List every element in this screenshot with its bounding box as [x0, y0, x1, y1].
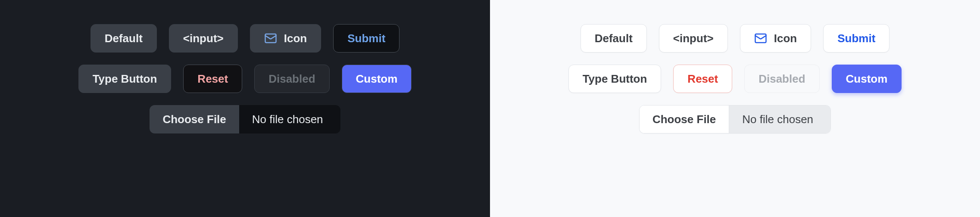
choose-file-button[interactable]: Choose File	[150, 105, 239, 133]
disabled-button: Disabled	[744, 65, 819, 93]
file-input[interactable]: Choose File No file chosen	[150, 105, 340, 133]
custom-button[interactable]: Custom	[832, 65, 902, 93]
button-row-2: Type Button Reset Disabled Custom	[568, 65, 902, 93]
default-button[interactable]: Default	[91, 24, 157, 53]
icon-button[interactable]: Icon	[740, 24, 811, 53]
reset-button[interactable]: Reset	[183, 65, 242, 93]
light-theme-panel: Default <input> Icon Submit Type Button …	[490, 0, 980, 217]
icon-button-label: Icon	[284, 32, 307, 45]
icon-button-label: Icon	[774, 32, 797, 45]
file-status-label: No file chosen	[239, 105, 340, 133]
file-input[interactable]: Choose File No file chosen	[639, 105, 831, 133]
input-button[interactable]: <input>	[659, 24, 728, 53]
button-row-1: Default <input> Icon Submit	[91, 24, 400, 53]
type-button[interactable]: Type Button	[78, 65, 172, 93]
type-button[interactable]: Type Button	[568, 65, 662, 93]
reset-button[interactable]: Reset	[673, 65, 732, 93]
button-row-2: Type Button Reset Disabled Custom	[78, 65, 412, 93]
svg-rect-0	[265, 34, 276, 43]
dark-theme-panel: Default <input> Icon Submit Type Button …	[0, 0, 490, 217]
submit-button[interactable]: Submit	[823, 24, 889, 53]
file-status-label: No file chosen	[729, 105, 830, 133]
file-row: Choose File No file chosen	[150, 105, 340, 133]
custom-button[interactable]: Custom	[342, 65, 412, 93]
input-button[interactable]: <input>	[169, 24, 238, 53]
submit-button[interactable]: Submit	[333, 24, 399, 53]
svg-rect-1	[755, 34, 766, 43]
file-row: Choose File No file chosen	[639, 105, 831, 133]
choose-file-button[interactable]: Choose File	[640, 105, 729, 133]
disabled-button: Disabled	[254, 65, 329, 93]
button-row-1: Default <input> Icon Submit	[581, 24, 890, 53]
default-button[interactable]: Default	[581, 24, 647, 53]
mail-icon	[754, 32, 767, 45]
icon-button[interactable]: Icon	[250, 24, 321, 53]
mail-icon	[264, 32, 277, 45]
